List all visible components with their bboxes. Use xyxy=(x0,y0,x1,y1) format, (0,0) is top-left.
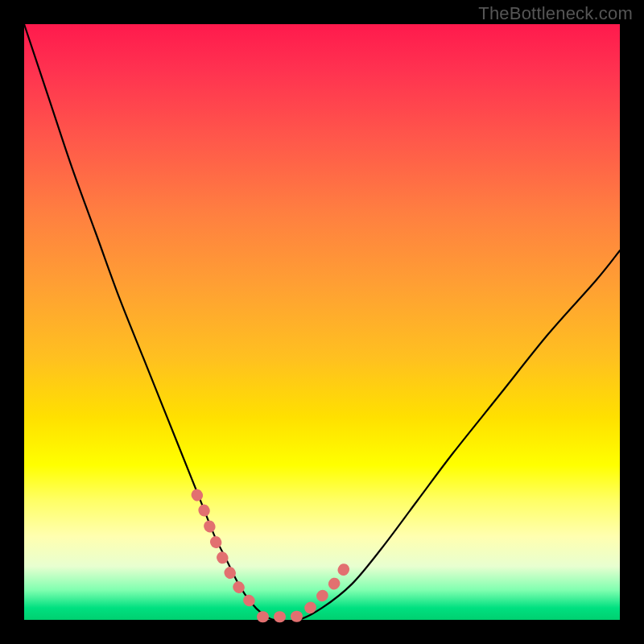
highlight-bottom xyxy=(262,617,298,617)
chart-plot-area xyxy=(24,24,620,620)
highlight-right xyxy=(310,566,345,608)
bottleneck-curve xyxy=(24,24,620,621)
page-frame: TheBottleneck.com xyxy=(0,0,644,644)
highlight-left xyxy=(197,495,257,609)
watermark-text: TheBottleneck.com xyxy=(478,3,633,24)
chart-svg xyxy=(24,24,620,620)
